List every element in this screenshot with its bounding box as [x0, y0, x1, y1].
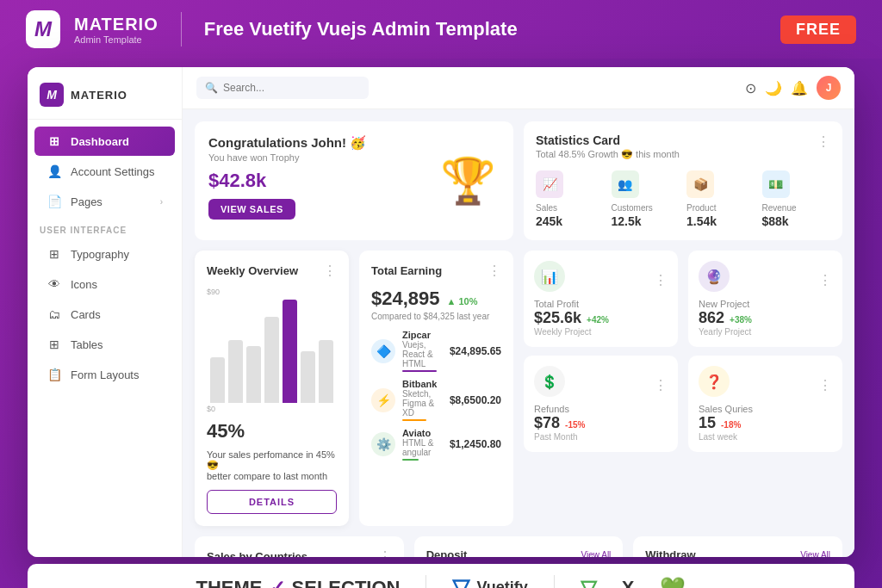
- sidebar-item-pages[interactable]: 📄 Pages ›: [34, 187, 175, 216]
- sidebar-dashboard-label: Dashboard: [71, 135, 129, 148]
- moon-icon[interactable]: 🌙: [765, 80, 782, 96]
- view-sales-button[interactable]: VIEW SALES: [208, 199, 295, 220]
- product-value: 1.54k: [686, 214, 755, 228]
- avatar[interactable]: J: [817, 76, 841, 100]
- brand-text: MATERIO Admin Template: [74, 15, 158, 45]
- bitbank-icon: ⚡: [371, 388, 395, 412]
- footer-vuetify: ▽ Vuetify: [452, 574, 527, 588]
- banner-logo-box: M: [26, 10, 60, 48]
- new-project-more-icon[interactable]: ⋮: [818, 272, 832, 288]
- sidebar-item-cards[interactable]: 🗂 Cards: [34, 300, 175, 329]
- weekly-more-icon[interactable]: ⋮: [323, 263, 337, 279]
- bar-wed: [246, 346, 261, 403]
- themeselection-text: THEME: [196, 577, 263, 589]
- sales-queries-value-row: 15 -18%: [699, 414, 832, 432]
- bitbank-tech: Sketch, Figma & XD: [402, 389, 443, 418]
- stats-more-icon[interactable]: ⋮: [817, 133, 830, 150]
- banner-logo-letter: M: [34, 17, 52, 41]
- trophy-icon: 🏆: [440, 155, 496, 207]
- footer-x: X: [622, 577, 635, 589]
- bell-icon[interactable]: 🔔: [791, 80, 808, 96]
- pages-icon: 📄: [47, 195, 62, 208]
- revenue-value: $88k: [762, 214, 831, 228]
- bar-thu: [264, 317, 279, 403]
- zipcar-bar: [402, 370, 437, 372]
- deposit-view-all[interactable]: View All: [581, 550, 611, 557]
- customers-value: 12.5k: [612, 214, 680, 228]
- footer-divider-2: [554, 575, 555, 589]
- withdraw-title: Withdraw: [645, 548, 695, 557]
- profit-more-icon[interactable]: ⋮: [654, 272, 668, 288]
- new-project-gem-icon: 🔮: [705, 269, 723, 285]
- icons-icon: 👁: [47, 277, 62, 291]
- refunds-more-icon[interactable]: ⋮: [654, 377, 668, 393]
- main-content: 🔍 ⊙ 🌙 🔔 J Congratulations John! 🥳 You ha…: [183, 67, 854, 557]
- sidebar-item-tables[interactable]: ⊞ Tables: [34, 330, 175, 359]
- sidebar-pages-label: Pages: [71, 195, 102, 208]
- deposit-header: Deposit View All: [426, 548, 612, 557]
- vuetify-text: Vuetify: [476, 579, 527, 588]
- sales-countries-title: Sales by Countries: [207, 550, 307, 557]
- refunds-value-row: $78 -15%: [534, 414, 668, 432]
- footer-vue: ▽: [581, 576, 596, 589]
- refunds-icon: 💲: [534, 366, 565, 397]
- sidebar-item-form-layouts[interactable]: 📋 Form Layouts: [34, 360, 175, 389]
- sidebar-icons-label: Icons: [71, 278, 97, 291]
- aviato-value: $1,2450.80: [450, 438, 501, 450]
- banner-title: Free Vuetify Vuejs Admin Template: [204, 18, 767, 40]
- sidebar-item-icons[interactable]: 👁 Icons: [34, 269, 175, 299]
- sidebar-item-account-settings[interactable]: 👤 Account Settings: [34, 157, 175, 186]
- customers-icon-box: 👥: [612, 170, 639, 198]
- sales-countries-more-icon[interactable]: ⋮: [378, 548, 392, 557]
- sidebar-item-dashboard[interactable]: ⊞ Dashboard: [34, 127, 175, 156]
- zipcar-name: Zipcar: [402, 330, 443, 340]
- details-button[interactable]: DETAILS: [207, 490, 337, 514]
- sales-by-countries-card: Sales by Countries ⋮ US: [195, 536, 404, 557]
- stat-product: 📦 Product 1.54k: [686, 170, 755, 228]
- sidebar-section-label: USER INTERFACE: [28, 217, 182, 238]
- vue-icon: ▽: [581, 576, 596, 589]
- zipcar-value: $24,895.65: [450, 345, 501, 357]
- sales-icon-box: 📈: [536, 170, 563, 198]
- withdraw-header: Withdraw View All: [645, 548, 830, 557]
- aviato-info: Aviato HTML & angular: [402, 428, 443, 461]
- free-badge: FREE: [780, 15, 856, 44]
- sales-value: 245k: [536, 214, 605, 228]
- account-icon: 👤: [47, 164, 62, 178]
- sales-queries-value: 15: [699, 414, 716, 432]
- weekly-perf: 45% Your sales perfomance in 45% 😎better…: [207, 420, 337, 481]
- github-icon[interactable]: ⊙: [745, 80, 756, 96]
- profit-value-row: $25.6k +42%: [534, 309, 668, 327]
- dashboard-icon: ⊞: [47, 134, 62, 148]
- earning-compare: Compared to $84,325 last year: [371, 312, 501, 321]
- zipcar-tech: Vuejs, React & HTML: [402, 340, 443, 368]
- mini-card-header-1: 📊 ⋮: [534, 261, 668, 299]
- profit-change: +42%: [587, 315, 609, 325]
- weekly-title: Weekly Overview: [207, 264, 298, 277]
- total-earning-card: Total Earning ⋮ $24,895 ▲ 10% Compared t…: [359, 251, 513, 526]
- sales-queries-change: -18%: [721, 420, 741, 430]
- banner-divider: [181, 12, 182, 46]
- mini-cards-col1: 📊 ⋮ Total Profit $25.6k +42% Weekly Proj…: [524, 251, 678, 526]
- deposit-card: Deposit View All 💳 Connected Account: [414, 536, 624, 557]
- top-banner: M MATERIO Admin Template Free Vuetify Vu…: [0, 0, 882, 59]
- brand-subtitle: Admin Template: [74, 34, 158, 45]
- form-icon: 📋: [47, 368, 62, 381]
- sales-countries-header: Sales by Countries ⋮: [207, 548, 392, 557]
- search-box[interactable]: 🔍: [196, 77, 369, 99]
- search-input[interactable]: [223, 82, 360, 94]
- weekly-overview-card: Weekly Overview ⋮ $90 $0: [195, 251, 349, 526]
- stat-revenue: 💵 Revenue $88k: [762, 170, 831, 228]
- sales-queries-more-icon[interactable]: ⋮: [818, 377, 832, 393]
- footer-logos: THEME ✓ SELECTION ▽ Vuetify ▽ X 💚: [28, 564, 854, 588]
- sidebar-typography-label: Typography: [71, 248, 129, 261]
- search-icon: 🔍: [205, 82, 218, 94]
- stats-subtitle: Total 48.5% Growth 😎 this month: [536, 149, 680, 160]
- sidebar-item-typography[interactable]: ⊞ Typography: [34, 239, 175, 269]
- vuetify-icon: ▽: [452, 574, 469, 588]
- earning-more-icon[interactable]: ⋮: [488, 263, 501, 279]
- typography-icon: ⊞: [47, 247, 62, 261]
- bitbank-value: $8,6500.20: [450, 394, 501, 406]
- withdraw-view-all[interactable]: View All: [800, 550, 830, 557]
- mini-card-sales-queries: ❓ ⋮ Sales Quries 15 -18% Last week: [688, 356, 842, 452]
